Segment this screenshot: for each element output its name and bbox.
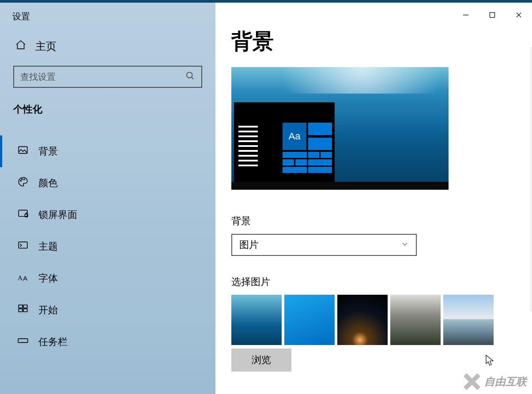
picture-thumbnail[interactable] [390, 295, 441, 345]
sidebar-item-fonts[interactable]: AA 字体 [0, 263, 215, 294]
picture-thumbnail[interactable] [284, 295, 335, 345]
palette-icon [17, 176, 29, 190]
sidebar-item-themes[interactable]: 主题 [0, 231, 215, 263]
fonts-icon: AA [17, 271, 29, 285]
sidebar-item-label: 开始 [38, 304, 58, 317]
picture-thumbnail[interactable] [443, 295, 494, 345]
picture-icon [17, 144, 29, 158]
sidebar-item-label: 任务栏 [38, 335, 68, 349]
search-input[interactable] [20, 72, 185, 82]
svg-text:A: A [23, 274, 28, 282]
sidebar-item-background[interactable]: 背景 [0, 135, 215, 167]
browse-button[interactable]: 浏览 [231, 349, 291, 371]
nav-home[interactable]: 主页 [0, 23, 215, 53]
content-pane: 背景 Aa 背景 [215, 3, 532, 394]
search-icon [185, 71, 195, 83]
page-title: 背景 [231, 27, 514, 56]
titlebar [215, 3, 532, 26]
minimize-button[interactable] [453, 6, 479, 24]
sidebar-item-label: 字体 [38, 272, 58, 285]
sidebar-item-label: 背景 [38, 145, 58, 158]
browse-button-label: 浏览 [252, 353, 271, 367]
search-box[interactable] [13, 66, 202, 88]
svg-rect-13 [23, 309, 27, 312]
svg-point-2 [20, 180, 21, 181]
svg-point-0 [187, 72, 192, 78]
thumbnail-row [231, 295, 514, 345]
sidebar-item-start[interactable]: 开始 [0, 294, 215, 326]
sidebar-item-lockscreen[interactable]: 锁屏界面 [0, 199, 215, 231]
themes-icon [17, 240, 29, 254]
svg-text:A: A [18, 274, 23, 281]
watermark-x-icon [463, 373, 481, 390]
maximize-button[interactable] [479, 6, 506, 24]
lockscreen-icon [17, 208, 29, 222]
home-label: 主页 [35, 39, 57, 53]
svg-rect-12 [19, 309, 23, 312]
svg-rect-1 [19, 146, 27, 153]
sidebar-item-label: 锁屏界面 [38, 208, 77, 221]
svg-rect-14 [18, 339, 28, 343]
sidebar: 设置 主页 个性化 背景 [0, 3, 215, 394]
background-type-select[interactable]: 图片 [231, 234, 417, 256]
svg-rect-15 [490, 13, 495, 18]
settings-window: 设置 主页 个性化 背景 [0, 3, 532, 394]
background-dropdown-label: 背景 [231, 214, 514, 228]
app-title: 设置 [0, 3, 215, 23]
sidebar-nav: 背景 颜色 锁屏界面 主题 [0, 135, 215, 358]
desktop-preview: Aa [231, 67, 449, 190]
start-icon [17, 303, 29, 317]
picture-thumbnail[interactable] [337, 295, 388, 345]
watermark: 自由互联 [463, 373, 527, 390]
sidebar-item-colors[interactable]: 颜色 [0, 167, 215, 199]
picture-thumbnail[interactable] [231, 295, 282, 345]
taskbar-icon [17, 335, 29, 349]
select-value: 图片 [239, 238, 259, 251]
chevron-down-icon [401, 239, 409, 251]
svg-rect-7 [19, 242, 27, 248]
close-button[interactable] [506, 6, 532, 24]
sidebar-item-label: 颜色 [38, 176, 58, 190]
home-icon [15, 39, 26, 53]
svg-point-3 [22, 179, 23, 180]
section-title: 个性化 [0, 88, 215, 116]
svg-rect-11 [23, 305, 27, 308]
sidebar-item-label: 主题 [38, 240, 58, 253]
svg-point-4 [24, 179, 25, 180]
watermark-text: 自由互联 [484, 375, 527, 389]
preview-tile-text: Aa [283, 123, 306, 150]
sidebar-item-taskbar[interactable]: 任务栏 [0, 326, 215, 358]
svg-rect-10 [19, 305, 23, 308]
choose-picture-label: 选择图片 [231, 275, 514, 289]
scrollbar[interactable] [530, 47, 532, 311]
